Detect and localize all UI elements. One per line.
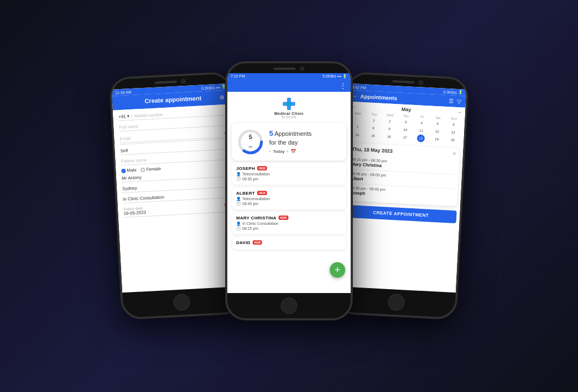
cal-day-18[interactable]: 18 [417,134,425,142]
battery-icon-center: 🔋 [342,74,347,79]
cal-day-8[interactable]: 8 [369,124,378,132]
cal-day-16[interactable]: 16 [385,132,393,141]
appt-item-albert[interactable]: ALBERT NEW 👤 Teleconsultation 🕐 08:45 pm [232,187,346,209]
clinic-name: Medical Clinic [274,112,304,115]
home-btn-right[interactable] [388,293,405,311]
cal-day-12[interactable]: 12 [433,127,441,135]
appt-time-mary: 🕐 08:15 pm [236,227,342,231]
date-row: Select date 19-05-2023 📅 [123,200,231,217]
right-phone: 3:42 PM 0.0KB/s 🔋 ← Appointments ☰ ▽ ← [335,71,469,319]
cal-next-btn[interactable]: → [457,109,462,114]
cal-day-5[interactable]: 5 [434,119,442,128]
self-select[interactable]: Self [120,148,128,153]
cal-day-7[interactable]: 7 [353,123,362,131]
appt-item-joseph[interactable]: JOSEPH NEW 👤 Teleconsultation 🕐 09:30 pm [232,163,346,185]
cal-header-sat: Sat [430,115,445,120]
speaker-center [274,68,296,70]
male-label: Male [127,167,137,173]
sort-icon[interactable]: ▽ [457,98,462,104]
home-btn-center[interactable] [281,297,297,314]
close-detail-btn[interactable]: ✕ [452,151,456,156]
female-radio-btn[interactable] [141,167,145,172]
cal-header-tue: Tue [367,112,382,117]
new-badge-joseph: NEW [257,166,267,170]
country-dropdown-icon[interactable]: ▾ [127,114,129,119]
cal-day-20[interactable]: 20 [449,136,457,144]
person-icon-albert: 👤 [236,197,241,201]
calendar-section: ← May → Mon Tue Wed Thu Fri Sat Sun 1 2 [346,101,465,146]
camera-right [419,80,423,85]
location-select[interactable]: Sydney [122,185,137,191]
svg-rect-3 [283,102,295,104]
appt-name-row-mary: MARY CHRISTINA NEW [236,216,342,220]
cal-day-9[interactable]: 9 [385,125,394,133]
data-speed-left: 0.2KB/s [201,85,215,90]
header-icons: ☰ ▽ [449,98,462,104]
cal-day-1[interactable]: 1 [370,116,378,124]
appt-nav: ‹ Today › 📅 [269,149,342,154]
calendar-nav-icon[interactable]: 📅 [291,149,296,154]
appt-type-albert: 👤 Teleconsultation [236,197,342,201]
appt-item-mary[interactable]: MARY CHRISTINA NEW 👤 In Clinic Consultat… [232,212,346,234]
center-app-header: ⋮ [227,80,351,92]
appt-name-row-david: DAVID NEW [236,240,342,245]
create-appt-form: +91 ▾ Mobile number Full name Email ▾ [113,104,237,224]
cal-day-19[interactable]: 19 [433,135,441,143]
email-input[interactable]: Email [119,130,224,143]
add-appointment-fab[interactable]: + [330,262,345,278]
appt-info: 5 Appointments for the day ‹ Today › 📅 [269,129,342,153]
new-badge-albert: NEW [257,191,267,195]
wifi-icon: ▪▪▪ [216,85,220,89]
female-label: Female [146,166,161,172]
cal-day-3[interactable]: 3 [402,118,410,126]
status-icons-center: 5.0KB/s ▪▪▪ 🔋 [323,74,347,79]
date-value[interactable]: 19-05-2023 [123,209,146,216]
cal-day-14[interactable]: 14 [353,131,361,139]
prev-day-btn[interactable]: ‹ [269,149,271,154]
appt-label2: for the day [269,139,298,146]
speaker-left [155,80,177,84]
new-badge-mary: NEW [279,216,288,220]
speaker-right [392,80,415,83]
settings-icon[interactable]: ⚙ [219,93,225,100]
country-code[interactable]: +91 ▾ [118,113,132,119]
appt-name-david: DAVID [236,240,250,245]
cal-day-10[interactable]: 10 [401,125,410,134]
cal-day-6[interactable]: 6 [450,120,458,129]
appt-count-num: 5 [269,129,273,137]
male-radio[interactable]: Male [121,167,137,173]
male-radio-btn[interactable] [121,168,126,173]
camera-left [181,79,186,83]
appointments-summary-card: 5 left 5 Appointments for the day ‹ Toda… [232,123,346,161]
female-radio[interactable]: Female [141,166,161,172]
phone-top-bar-center [227,63,351,73]
status-icons-left: 0.2KB/s ▪▪▪ 🔋 [201,84,226,90]
cal-day-15[interactable]: 15 [369,131,377,140]
doctor-select[interactable]: Mr Antony [122,175,141,181]
back-btn[interactable]: ← [352,93,358,100]
clinic-logo-area: Medical Clinic SLOGAN [227,92,351,121]
create-appointment-btn[interactable]: CREATE APPOINTMENT [345,205,457,223]
status-icons-right: 0.0KB/s 🔋 [443,89,463,95]
more-options-icon[interactable]: ⋮ [340,82,346,90]
detail-date: Thu, 18 May 2023 [352,146,456,157]
cal-day-11[interactable]: 11 [417,126,426,135]
appt-time-albert: 🕐 08:45 pm [236,202,342,206]
right-screen: 3:42 PM 0.0KB/s 🔋 ← Appointments ☰ ▽ ← [338,83,466,292]
clock-icon-mary: 🕐 [236,227,241,231]
home-btn-left[interactable] [173,293,190,311]
cal-day-13[interactable]: 13 [449,128,457,136]
next-day-btn[interactable]: › [287,149,288,154]
appt-item-david[interactable]: DAVID NEW [232,237,346,250]
cal-day-4[interactable]: 4 [418,119,426,127]
cal-day-2[interactable]: 2 [386,117,394,125]
cal-header-sun: Sun [446,115,461,120]
appt-time-joseph: 🕐 09:30 pm [236,177,342,181]
today-label[interactable]: Today [273,149,285,154]
cal-day-17[interactable]: 17 [401,133,409,141]
donut-chart: 5 left [236,128,265,156]
clock-icon-albert: 🕐 [236,202,241,206]
filter-icon[interactable]: ☰ [449,98,454,104]
mobile-input[interactable]: Mobile number [134,109,226,119]
person-icon-mary: 👤 [236,222,241,226]
